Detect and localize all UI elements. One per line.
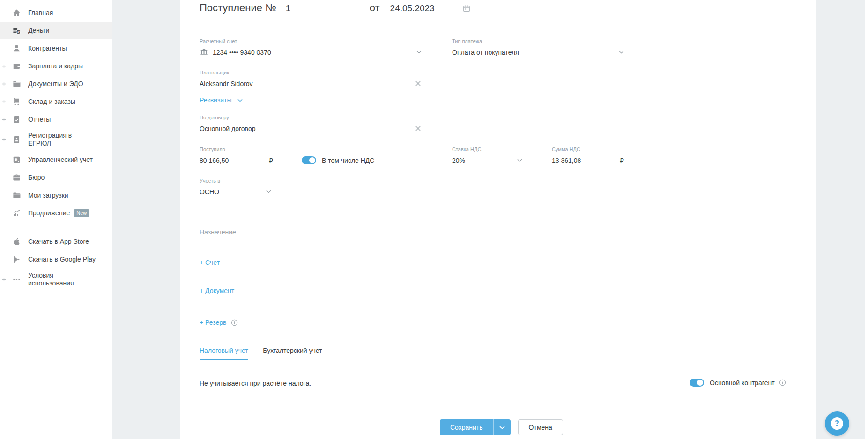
sidebar-item-salary[interactable]: Зарплата и кадры: [0, 57, 112, 75]
sidebar-item-promotion[interactable]: Продвижение New: [0, 204, 112, 222]
main-contractor-control: Основной контрагент: [690, 379, 786, 387]
sidebar-item-warehouse[interactable]: Склад и заказы: [0, 93, 112, 110]
sidebar: Главная ₽ Деньги Контрагенты Зарплата и …: [0, 0, 112, 439]
sidebar-item-reports[interactable]: Отчеты: [0, 110, 112, 128]
received-amount-field[interactable]: Поступило 80 166,50 ₽: [200, 146, 273, 167]
received-amount-value: 80 166,50: [200, 157, 269, 164]
management-ruble-icon: ₽: [11, 155, 22, 164]
question-mark-icon: ?: [831, 417, 843, 430]
sidebar-item-label: Зарплата и кадры: [28, 62, 83, 70]
sidebar-item-contractors[interactable]: Контрагенты: [0, 39, 112, 57]
help-button[interactable]: ?: [825, 411, 849, 436]
save-options-button[interactable]: [494, 419, 511, 435]
apple-icon: [11, 237, 22, 246]
sidebar-divider: [0, 227, 112, 227]
sidebar-item-label: Регистрация в ЕГРЮЛ: [28, 132, 83, 147]
sidebar-item-label: Главная: [28, 9, 53, 17]
chevron-down-icon: [514, 159, 522, 162]
money-icon: ₽: [11, 26, 22, 35]
chevron-down-icon: [414, 51, 422, 54]
sidebar-item-label: Управленческий учет: [28, 156, 93, 164]
add-invoice-link[interactable]: + Счет: [200, 259, 220, 266]
clear-icon[interactable]: [414, 124, 423, 133]
sidebar-item-money[interactable]: ₽ Деньги: [0, 22, 112, 39]
vat-included-toggle[interactable]: [302, 156, 316, 164]
vat-rate-field[interactable]: Ставка НДС 20%: [452, 146, 522, 167]
sidebar-item-label: Деньги: [28, 27, 49, 35]
scrollbar-track[interactable]: [865, 0, 868, 439]
sidebar-item-label: Контрагенты: [28, 44, 67, 52]
account-field[interactable]: Расчетный счет 1234 •••• 9340 0370: [200, 38, 422, 59]
sidebar-item-app-store[interactable]: Скачать в App Store: [0, 233, 112, 250]
form-actions: Сохранить Отмена: [440, 419, 563, 435]
svg-text:₽: ₽: [15, 158, 17, 162]
sidebar-item-home[interactable]: Главная: [0, 4, 112, 22]
new-badge: New: [74, 209, 89, 217]
sidebar-item-documents[interactable]: Документы и ЭДО: [0, 75, 112, 93]
date-field[interactable]: [387, 2, 481, 16]
sidebar-item-label: Бюро: [28, 174, 45, 182]
vat-amount-field[interactable]: Сумма НДС 13 361,08 ₽: [552, 146, 624, 167]
payment-type-value: Оплата от покупателя: [452, 49, 616, 56]
clear-icon[interactable]: [414, 79, 423, 88]
sidebar-item-downloads[interactable]: Мои загрузки: [0, 186, 112, 204]
briefcase-icon: [11, 173, 22, 182]
google-play-icon: [11, 255, 22, 264]
sidebar-item-terms[interactable]: Условия использования: [0, 268, 112, 291]
vat-rate-value: 20%: [452, 157, 514, 164]
expand-plus-icon[interactable]: [0, 82, 8, 86]
sidebar-item-label: Условия использования: [28, 271, 83, 287]
date-input[interactable]: [387, 2, 462, 16]
contractors-icon: [11, 44, 22, 53]
sidebar-item-label: Отчеты: [28, 116, 51, 124]
purpose-input[interactable]: [200, 227, 799, 240]
expand-plus-icon[interactable]: [0, 64, 8, 68]
purpose-field: [200, 227, 799, 240]
payer-value: Aleksandr Sidorov: [200, 80, 414, 88]
chevron-down-icon: [263, 190, 271, 193]
page: Главная ₽ Деньги Контрагенты Зарплата и …: [0, 0, 868, 439]
home-icon: [11, 8, 22, 17]
calendar-icon[interactable]: [462, 4, 471, 13]
sidebar-item-management[interactable]: ₽ Управленческий учет: [0, 151, 112, 168]
sidebar-item-google-play[interactable]: Скачать в Google Play: [0, 250, 112, 268]
save-split-button: Сохранить: [440, 419, 511, 435]
tab-tax-accounting[interactable]: Налоговый учет: [200, 347, 248, 360]
expand-plus-icon[interactable]: [0, 278, 8, 282]
main-contractor-toggle[interactable]: [690, 379, 704, 387]
registration-icon: [11, 135, 22, 144]
tab-bookkeeping[interactable]: Бухгалтерский учет: [263, 347, 322, 359]
sidebar-item-registration[interactable]: Регистрация в ЕГРЮЛ: [0, 128, 112, 151]
cancel-button[interactable]: Отмена: [518, 419, 563, 435]
promotion-chart-icon: [11, 209, 22, 218]
sidebar-item-label: Склад и заказы: [28, 98, 75, 106]
chevron-down-icon: [616, 51, 624, 54]
info-icon[interactable]: [779, 379, 786, 386]
form-title-row: Поступление № от: [200, 2, 481, 16]
payer-field[interactable]: Плательщик Aleksandr Sidorov: [200, 70, 423, 90]
expand-plus-icon[interactable]: [0, 138, 8, 142]
add-document-link[interactable]: + Документ: [200, 287, 234, 294]
expand-plus-icon[interactable]: [0, 100, 8, 104]
svg-text:₽: ₽: [17, 30, 19, 34]
right-gutter: [816, 0, 865, 439]
save-button[interactable]: Сохранить: [440, 419, 493, 435]
account-in-value: ОСНО: [200, 188, 263, 196]
receipt-number-input[interactable]: [283, 2, 370, 16]
documents-folder-icon: [11, 80, 22, 88]
contract-field[interactable]: По договору Основной договор: [200, 115, 423, 135]
add-reserve-link[interactable]: + Резерв: [200, 319, 238, 326]
account-in-field[interactable]: Учесть в ОСНО: [200, 178, 271, 198]
sidebar-item-label: Продвижение: [28, 209, 70, 217]
payment-type-field[interactable]: Тип платежа Оплата от покупателя: [452, 38, 624, 59]
details-link[interactable]: Реквизиты: [200, 96, 243, 104]
ruble-sign: ₽: [269, 157, 273, 164]
tax-note: Не учитывается при расчёте налога.: [200, 380, 311, 387]
sidebar-item-bureau[interactable]: Бюро: [0, 168, 112, 186]
salary-icon: [11, 62, 22, 71]
chevron-down-icon: [235, 99, 243, 102]
expand-plus-icon[interactable]: [0, 117, 8, 122]
account-value: 1234 •••• 9340 0370: [213, 49, 414, 56]
info-icon[interactable]: [231, 319, 238, 326]
sidebar-item-label: Скачать в App Store: [28, 238, 89, 246]
